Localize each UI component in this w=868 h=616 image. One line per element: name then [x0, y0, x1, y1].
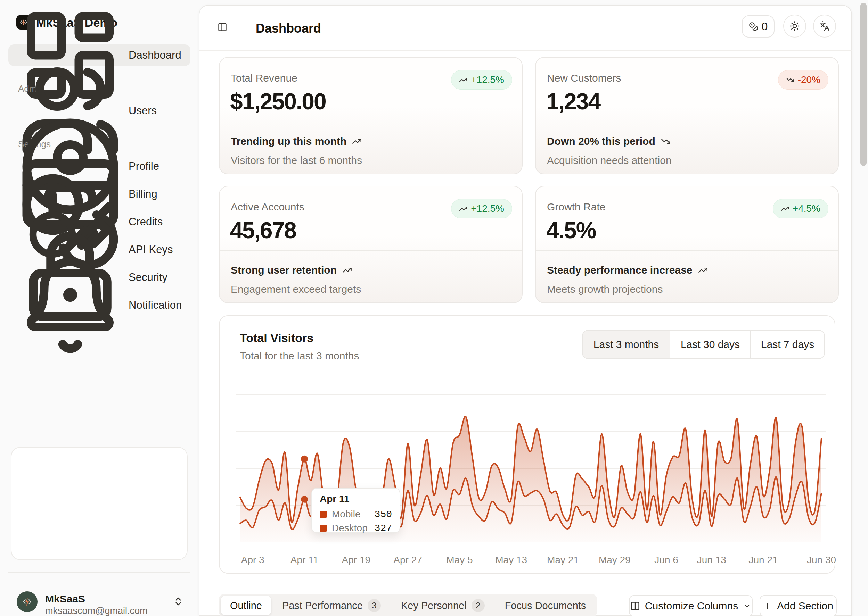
sidebar-item-label: Profile: [129, 160, 159, 173]
svg-text:May 5: May 5: [446, 555, 473, 565]
svg-text:Apr 19: Apr 19: [342, 555, 371, 565]
svg-text:Jun 6: Jun 6: [654, 555, 678, 565]
chevrons-up-down-icon[interactable]: [173, 596, 183, 607]
credits-button[interactable]: 0: [742, 15, 775, 38]
svg-text:Apr 11: Apr 11: [290, 555, 318, 565]
sidebar-item-label: Credits: [129, 215, 162, 228]
stat-card-total-revenue: Total Revenue +12.5% $1,250.00 Trending …: [219, 57, 523, 174]
trending-up-icon: [352, 137, 362, 146]
card-divider: [536, 121, 839, 122]
sidebar-item-label: Security: [129, 271, 167, 284]
add-section-button[interactable]: Add Section: [759, 595, 837, 616]
card-divider: [536, 250, 839, 251]
stat-value: 45,678: [230, 217, 296, 244]
svg-text:May 13: May 13: [495, 555, 527, 565]
trending-down-icon: [661, 137, 671, 146]
svg-text:Jun 30: Jun 30: [807, 555, 836, 565]
stat-value: 1,234: [546, 88, 600, 115]
tab-key-personnel[interactable]: Key Personnel 2: [392, 596, 494, 615]
tooltip-row-desktop: Desktop 327: [320, 521, 392, 535]
stat-label: New Customers: [547, 72, 621, 84]
sidebar-item-label: Billing: [129, 188, 158, 200]
sidebar: MkSaaS Demo Dashboard Admin Users Settin…: [0, 0, 199, 616]
trending-down-icon: [786, 76, 794, 84]
count-badge: 2: [471, 599, 485, 612]
svg-text:Jun 13: Jun 13: [697, 555, 726, 565]
stat-footer-desc: Engagement exceed targets: [231, 283, 361, 295]
trending-up-icon: [698, 265, 708, 275]
header-separator: [245, 22, 245, 35]
stat-footer-desc: Visitors for the last 6 months: [231, 154, 362, 166]
trending-up-icon: [459, 76, 467, 84]
series-swatch: [320, 511, 327, 518]
svg-text:May 29: May 29: [599, 555, 631, 565]
tab-past-performance[interactable]: Past Performance 3: [273, 596, 390, 615]
scrollbar-thumb[interactable]: [860, 3, 866, 166]
user-email: mksaascom@gmail.com: [45, 606, 147, 616]
credits-count: 0: [762, 20, 768, 33]
user-name: MkSaaS: [45, 593, 85, 605]
stat-label: Active Accounts: [231, 201, 304, 213]
stat-label: Growth Rate: [547, 201, 605, 213]
stat-footer-desc: Meets growth projections: [547, 283, 663, 295]
tooltip-date: Apr 11: [320, 493, 392, 504]
tooltip-row-mobile: Mobile 350: [320, 507, 392, 521]
plus-icon: [763, 602, 772, 610]
stat-footer-title: Steady performance increase: [547, 264, 708, 276]
stat-card-new-customers: New Customers -20% 1,234 Down 20% this p…: [535, 57, 839, 174]
trend-badge: +4.5%: [773, 199, 829, 218]
card-divider: [220, 250, 523, 251]
stat-label: Total Revenue: [231, 72, 298, 84]
stat-footer-title: Down 20% this period: [547, 135, 671, 147]
section-tabs: Outline Past Performance 3 Key Personnel…: [219, 594, 597, 616]
trending-up-icon: [459, 204, 467, 213]
total-visitors-card: Total Visitors Total for the last 3 mont…: [219, 315, 835, 574]
series-swatch: [320, 525, 327, 532]
trend-badge: +12.5%: [451, 70, 512, 90]
stat-footer-title: Trending up this month: [231, 135, 362, 147]
visitors-area-chart: Apr 3Apr 11Apr 19Apr 27May 5May 13May 21…: [220, 316, 836, 574]
trending-up-icon: [781, 204, 789, 213]
stat-value: 4.5%: [546, 217, 595, 244]
tab-focus-documents[interactable]: Focus Documents: [496, 596, 595, 615]
stat-footer-title: Strong user retention: [231, 264, 352, 276]
sidebar-item-label: API Keys: [129, 244, 173, 256]
avatar-zap-icon: [21, 596, 33, 608]
trend-badge: +12.5%: [451, 199, 512, 218]
stat-footer-desc: Acquisition needs attention: [547, 154, 672, 166]
bell-icon: [18, 253, 122, 357]
svg-text:May 21: May 21: [547, 555, 579, 565]
count-badge: 3: [368, 599, 381, 612]
card-divider: [220, 121, 523, 122]
languages-icon: [819, 21, 830, 31]
language-button[interactable]: [813, 14, 836, 38]
top-bar: Dashboard 0: [200, 6, 852, 51]
sidebar-item-notification[interactable]: Notification: [8, 294, 191, 316]
page-title: Dashboard: [256, 22, 321, 35]
stat-card-growth-rate: Growth Rate +4.5% 4.5% Steady performanc…: [535, 186, 839, 303]
coins-icon: [749, 22, 758, 31]
columns-icon: [630, 601, 640, 611]
chevron-down-icon: [743, 602, 751, 610]
sidebar-item-label: Dashboard: [129, 49, 181, 61]
upgrade-card: Upgrade Upgrade to Pro to access all fea…: [11, 447, 187, 560]
theme-toggle-button[interactable]: [783, 14, 806, 38]
sidebar-divider: [8, 572, 191, 573]
stat-value: $1,250.00: [230, 88, 326, 115]
sidebar-item-label: Users: [129, 105, 157, 117]
svg-text:Apr 27: Apr 27: [393, 555, 422, 565]
chart-tooltip: Apr 11 Mobile 350 Desktop 327: [311, 488, 400, 533]
customize-columns-button[interactable]: Customize Columns: [629, 595, 753, 616]
trend-badge: -20%: [778, 70, 829, 90]
chart-x-axis-labels: Apr 3Apr 11Apr 19Apr 27May 5May 13May 21…: [241, 555, 836, 565]
svg-text:Jun 21: Jun 21: [749, 555, 778, 565]
sidebar-item-label: Notification: [129, 299, 182, 311]
stat-card-active-accounts: Active Accounts +12.5% 45,678 Strong use…: [219, 186, 523, 303]
avatar[interactable]: [17, 591, 38, 612]
main-content: Dashboard 0 Total Revenue +12.5% $1,2: [199, 5, 852, 616]
svg-text:Apr 3: Apr 3: [241, 555, 265, 565]
sun-icon: [789, 21, 800, 31]
panel-left-icon[interactable]: [215, 19, 230, 35]
tab-outline[interactable]: Outline: [221, 596, 271, 615]
trending-up-icon: [342, 265, 352, 275]
